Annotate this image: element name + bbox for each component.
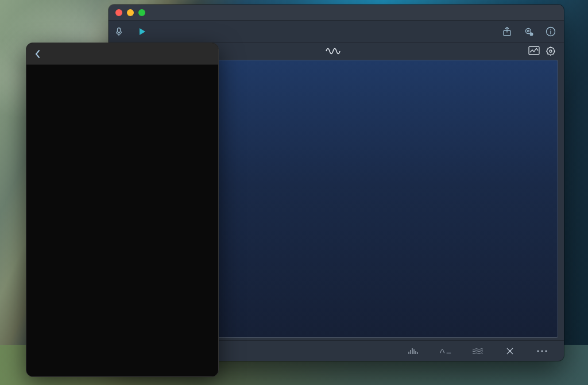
close-icon[interactable] bbox=[115, 9, 122, 16]
tab-multitool[interactable] bbox=[504, 347, 520, 355]
waveform-icon bbox=[326, 47, 341, 55]
play-button[interactable] bbox=[140, 28, 145, 35]
tab-dualfft[interactable] bbox=[440, 347, 456, 355]
tab-octave[interactable] bbox=[408, 347, 424, 355]
svg-point-2 bbox=[526, 28, 531, 33]
back-chevron-icon[interactable] bbox=[31, 49, 45, 59]
spectrogram-icon bbox=[472, 347, 483, 355]
info-icon[interactable] bbox=[546, 26, 556, 37]
chart-settings-icon[interactable] bbox=[546, 46, 556, 56]
chart-display-icon[interactable] bbox=[528, 46, 540, 56]
tab-more[interactable] bbox=[536, 347, 552, 355]
toolbar bbox=[109, 21, 564, 43]
svg-point-12 bbox=[541, 350, 543, 352]
titlebar[interactable] bbox=[109, 5, 564, 21]
popover-list bbox=[26, 65, 218, 376]
octave-icon bbox=[408, 347, 419, 355]
svg-point-9 bbox=[550, 50, 552, 52]
more-icon bbox=[536, 347, 548, 355]
svg-point-4 bbox=[530, 33, 533, 36]
svg-point-5 bbox=[531, 33, 532, 34]
settings-gear-icon[interactable] bbox=[524, 26, 534, 37]
zoom-icon[interactable] bbox=[138, 9, 145, 16]
dualfft-icon bbox=[440, 347, 451, 355]
share-icon[interactable] bbox=[502, 26, 512, 37]
svg-rect-0 bbox=[118, 28, 121, 32]
svg-point-10 bbox=[509, 350, 511, 352]
input-device-popover bbox=[26, 43, 219, 377]
svg-point-3 bbox=[528, 30, 529, 32]
minimize-icon[interactable] bbox=[127, 9, 134, 16]
svg-point-11 bbox=[537, 350, 539, 352]
tab-spectrogram[interactable] bbox=[472, 347, 488, 355]
microphone-icon[interactable] bbox=[114, 27, 123, 36]
multitool-icon bbox=[504, 347, 516, 355]
svg-point-13 bbox=[545, 350, 547, 352]
popover-header bbox=[26, 43, 218, 65]
